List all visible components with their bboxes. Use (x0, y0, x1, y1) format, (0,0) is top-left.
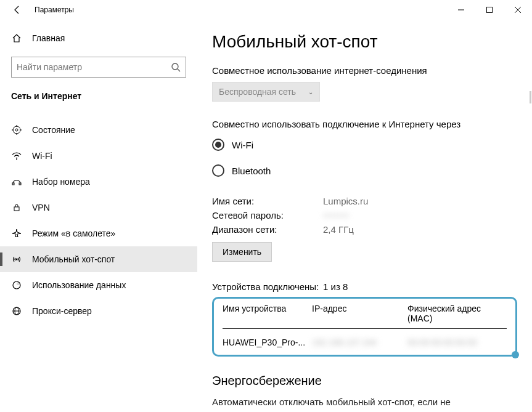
radio-label: Bluetooth (232, 166, 271, 176)
svg-rect-12 (19, 183, 21, 185)
sidebar-category: Сеть и Интернет (11, 91, 186, 101)
sidebar-item-datausage[interactable]: Использование данных (0, 272, 197, 298)
col-device-name: Имя устройства (223, 304, 312, 323)
search-input[interactable] (17, 62, 171, 72)
sidebar-item-dialup[interactable]: Набор номера (0, 169, 197, 195)
search-box[interactable] (11, 57, 186, 78)
device-ip-cell: 192.168.137.244 (312, 337, 407, 347)
minimize-icon (458, 7, 464, 13)
dialup-icon (11, 177, 22, 187)
device-mac-cell: 00:00:00:00:00:00 (407, 337, 507, 347)
svg-point-4 (13, 126, 20, 134)
main-content: Мобильный хот-спот Совместное использова… (197, 20, 532, 412)
network-band-key: Диапазон сети: (212, 224, 323, 235)
svg-point-10 (16, 159, 17, 160)
close-icon (515, 7, 521, 13)
search-icon (171, 62, 181, 72)
sidebar-item-status[interactable]: Состояние (0, 117, 197, 143)
sidebar-nav: Состояние Wi-Fi Набор номера VPN (0, 117, 197, 324)
data-usage-icon (11, 280, 22, 290)
power-saving-text: Автоматически отключать мобильный хот-сп… (212, 397, 517, 407)
back-button[interactable] (6, 0, 28, 20)
device-row: HUAWEI_P30_Pro-... 192.168.137.244 00:00… (223, 337, 507, 347)
home-icon (11, 33, 22, 43)
svg-rect-13 (14, 207, 19, 211)
sidebar-item-label: Режим «в самолете» (32, 228, 115, 238)
sidebar-item-hotspot[interactable]: Мобильный хот-спот (0, 246, 197, 272)
window-controls (447, 0, 532, 20)
vpn-icon (11, 203, 22, 212)
svg-point-14 (16, 259, 18, 261)
radio-bluetooth[interactable]: Bluetooth (212, 161, 517, 180)
dropdown-value: Беспроводная сеть (219, 87, 296, 97)
status-icon (11, 125, 22, 135)
minimize-button[interactable] (447, 0, 475, 20)
wifi-icon (11, 151, 22, 161)
devices-connected-value: 1 из 8 (323, 281, 348, 292)
network-name-value: Lumpics.ru (323, 196, 368, 206)
network-band-row: Диапазон сети: 2,4 ГГц (212, 224, 517, 235)
airplane-icon (11, 228, 22, 238)
close-button[interactable] (504, 0, 532, 20)
sidebar-item-vpn[interactable]: VPN (0, 195, 197, 220)
svg-point-2 (172, 63, 178, 70)
hotspot-icon (11, 254, 22, 264)
sidebar-item-airplane[interactable]: Режим «в самолете» (0, 220, 197, 246)
col-ip-address: IP-адрес (312, 304, 407, 323)
share-connection-label: Совместное использование интернет-соедин… (212, 65, 517, 76)
sidebar-item-label: VPN (32, 203, 50, 212)
network-name-key: Имя сети: (212, 196, 323, 206)
sidebar-item-wifi[interactable]: Wi-Fi (0, 143, 197, 169)
sidebar-item-label: Состояние (32, 125, 75, 135)
home-button[interactable]: Главная (11, 27, 186, 49)
radio-icon (212, 139, 224, 151)
sidebar-item-label: Мобильный хот-спот (32, 254, 115, 264)
maximize-button[interactable] (475, 0, 504, 20)
share-via-label: Совместно использовать подключение к Инт… (212, 119, 517, 129)
devices-table-header: Имя устройства IP-адрес Физический адрес… (223, 304, 507, 328)
device-name-cell: HUAWEI_P30_Pro-... (223, 337, 312, 347)
devices-connected-key: Устройства подключены: (212, 281, 323, 292)
svg-point-5 (15, 129, 18, 131)
sidebar-item-label: Wi-Fi (32, 151, 52, 161)
radio-wifi[interactable]: Wi-Fi (212, 135, 517, 154)
devices-connected-row: Устройства подключены: 1 из 8 (212, 281, 517, 292)
change-button[interactable]: Изменить (212, 242, 272, 262)
sidebar-item-proxy[interactable]: Прокси-сервер (0, 298, 197, 324)
sidebar-item-label: Набор номера (32, 177, 90, 187)
svg-rect-1 (487, 7, 493, 13)
table-divider (223, 328, 507, 329)
home-label: Главная (32, 33, 65, 43)
sidebar-item-label: Использование данных (32, 280, 126, 290)
share-connection-dropdown[interactable]: Беспроводная сеть ⌄ (212, 82, 320, 102)
network-password-row: Сетевой пароль: •••••••• (212, 210, 517, 220)
proxy-icon (11, 306, 22, 316)
chevron-down-icon: ⌄ (308, 89, 313, 95)
sidebar: Главная Сеть и Интернет Состояние Wi (0, 20, 197, 412)
radio-label: Wi-Fi (232, 140, 253, 150)
titlebar: Параметры (0, 0, 532, 20)
network-name-row: Имя сети: Lumpics.ru (212, 196, 517, 206)
arrow-left-icon (12, 5, 22, 15)
scrollbar[interactable] (530, 91, 531, 103)
network-password-value: •••••••• (323, 210, 349, 220)
power-saving-heading: Энергосбережение (212, 374, 517, 388)
sidebar-item-label: Прокси-сервер (32, 306, 92, 316)
window-title: Параметры (35, 6, 74, 14)
maximize-icon (486, 7, 493, 13)
page-title: Мобильный хот-спот (212, 32, 517, 52)
col-mac-address: Физический адрес (MAC) (407, 304, 507, 323)
devices-table-highlight: Имя устройства IP-адрес Физический адрес… (212, 297, 517, 357)
svg-rect-11 (12, 183, 14, 185)
radio-icon (212, 164, 224, 177)
network-band-value: 2,4 ГГц (323, 224, 354, 235)
network-password-key: Сетевой пароль: (212, 210, 323, 220)
svg-line-3 (178, 69, 180, 71)
